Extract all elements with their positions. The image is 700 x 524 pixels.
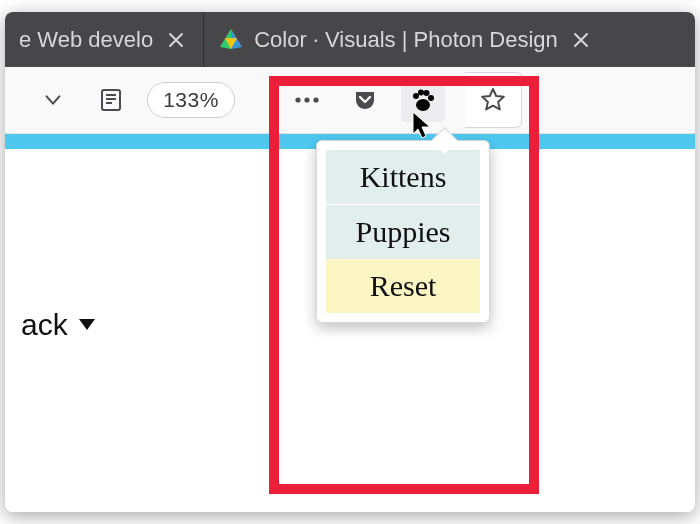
toolbar: 133% — [5, 67, 695, 134]
svg-point-9 — [304, 97, 309, 102]
svg-point-8 — [295, 97, 300, 102]
svg-point-13 — [418, 90, 424, 96]
zoom-level-pill[interactable]: 133% — [147, 82, 235, 118]
cursor-icon — [412, 111, 434, 141]
chevron-down-icon[interactable] — [31, 78, 75, 122]
tab-title: e Web develo — [19, 27, 153, 53]
svg-point-10 — [313, 97, 318, 102]
close-icon[interactable] — [163, 27, 189, 53]
caret-down-icon — [78, 318, 96, 332]
reader-mode-icon[interactable] — [89, 78, 133, 122]
close-icon[interactable] — [568, 27, 594, 53]
photon-favicon — [218, 27, 244, 53]
svg-point-14 — [424, 90, 430, 96]
page-actions-icon[interactable] — [285, 78, 329, 122]
tab-web-develop[interactable]: e Web develo — [5, 12, 204, 67]
bookmark-star-icon[interactable] — [471, 78, 515, 122]
popup-item-reset[interactable]: Reset — [326, 259, 480, 313]
svg-point-11 — [416, 99, 430, 111]
tab-strip: e Web develo Color · Visuals | Photon De… — [5, 12, 695, 67]
pocket-icon[interactable] — [343, 78, 387, 122]
popup-item-kittens[interactable]: Kittens — [326, 150, 480, 204]
svg-point-12 — [413, 93, 419, 99]
address-bar-right-buttons — [465, 72, 522, 128]
tab-title: Color · Visuals | Photon Design — [254, 27, 558, 53]
tab-photon-design[interactable]: Color · Visuals | Photon Design — [204, 12, 608, 67]
nav-back-label: ack — [21, 308, 68, 342]
extension-popup: Kittens Puppies Reset — [316, 140, 490, 323]
popup-item-puppies[interactable]: Puppies — [326, 204, 480, 259]
svg-point-15 — [428, 95, 434, 101]
